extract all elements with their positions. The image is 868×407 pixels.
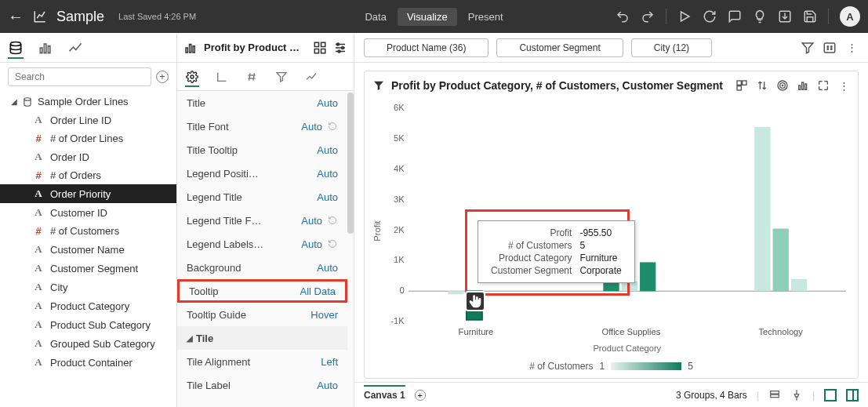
field-item[interactable]: AOrder Priority [0,184,176,203]
prop-row[interactable]: BackgroundAuto [177,256,347,279]
prop-section[interactable]: ◢Tile [177,326,347,350]
prop-value[interactable]: Auto [317,262,338,274]
filter-bar-funnel-icon[interactable] [801,41,815,55]
undo-icon[interactable] [616,9,630,24]
field-item[interactable]: ACity [0,278,176,296]
svg-text:3K: 3K [394,194,405,204]
prop-value[interactable]: Left [321,356,338,368]
prop-value[interactable]: Auto [317,380,338,391]
export-icon[interactable] [778,9,792,24]
settings-sliders-icon[interactable] [333,41,347,55]
prop-row[interactable]: Legend Positi…Auto [177,162,347,185]
filter-pill-customer-segment[interactable]: Customer Segment [496,38,623,57]
expand-icon[interactable] [817,79,830,92]
hint-icon[interactable] [753,9,767,24]
viz-kebab-icon[interactable]: ⋮ [837,79,850,92]
reset-icon[interactable] [327,238,338,249]
viz-filter-icon[interactable] [372,79,385,92]
play-icon[interactable] [677,9,692,24]
field-item[interactable]: ACustomer ID [0,203,176,222]
filter-pill-city[interactable]: City (12) [631,38,712,57]
user-avatar[interactable]: A [840,6,860,27]
filter-pill-product-name[interactable]: Product Name (36) [364,38,488,57]
prop-row[interactable]: Title FontAuto [177,114,347,138]
field-item[interactable]: AProduct Sub Category [0,315,176,334]
field-item[interactable]: AGrouped Sub Category [0,334,176,353]
prop-row[interactable]: Tile LabelAuto [177,373,347,397]
mode-data[interactable]: Data [355,8,395,26]
svg-marker-0 [681,12,690,21]
comment-icon[interactable] [728,9,742,24]
prop-value[interactable]: Auto [301,215,322,227]
prop-value[interactable]: Auto [301,238,322,250]
viz-type-icon[interactable] [797,79,809,92]
prop-row[interactable]: Legend Title F…Auto [177,209,347,232]
chart-type-icon[interactable] [183,41,198,55]
back-button[interactable]: ← [8,8,24,26]
field-item[interactable]: AOrder ID [0,147,176,166]
svg-marker-32 [374,82,383,90]
prop-row[interactable]: Title TooltipAuto [177,138,347,162]
prop-row[interactable]: Legend TitleAuto [177,185,347,209]
svg-rect-40 [802,82,804,89]
prop-label: Tile Alignment [187,356,321,368]
field-label: City [50,282,67,293]
save-icon[interactable] [803,9,817,24]
layers-icon[interactable] [768,389,781,402]
prop-row[interactable]: Legend Labels…Auto [177,232,347,256]
prop-value[interactable]: Auto [317,191,338,203]
prop-value[interactable]: Auto [317,168,338,180]
field-item[interactable]: ## of Customers [0,222,176,240]
field-item[interactable]: AProduct Container [0,353,176,372]
field-item[interactable]: ## of Orders [0,166,176,184]
add-data-button[interactable]: + [156,71,169,83]
mode-present[interactable]: Present [459,8,513,26]
chart-plot[interactable]: Profit 6K 5K 4K 3K 2K 1K 0 -1K [372,95,850,359]
refresh-icon[interactable] [703,9,717,24]
prop-value[interactable]: Auto [317,144,338,156]
mode-visualize[interactable]: Visualize [398,8,457,26]
field-item[interactable]: ## of Order Lines [0,129,176,147]
prop-label: Tile Label [187,380,317,391]
layout-single-button[interactable] [824,389,837,402]
canvas-tab[interactable]: Canvas 1 [364,385,405,401]
field-item[interactable]: ACustomer Segment [0,259,176,278]
prop-value[interactable]: Hover [311,309,338,321]
pin-icon[interactable] [790,389,803,402]
kebab-menu-icon[interactable]: ⋮ [844,41,859,55]
field-item[interactable]: ACustomer Name [0,240,176,259]
layout-split-button[interactable] [846,389,859,402]
dataset-node[interactable]: ◢ Sample Order Lines [0,93,176,111]
props-scrollbar[interactable] [347,93,354,234]
search-input[interactable] [8,67,151,86]
grammar-icon[interactable] [313,41,327,55]
sort-icon[interactable] [756,79,768,92]
reset-icon[interactable] [327,121,338,132]
data-tab-icon[interactable] [8,43,24,59]
parameters-icon[interactable] [823,41,837,55]
chart-name[interactable]: Profit by Product Ca… [204,42,307,53]
auto-viz-icon[interactable] [735,79,748,92]
prop-row[interactable]: TooltipAll Data [177,279,347,303]
viz-tab-icon[interactable] [38,40,53,56]
prop-row[interactable]: Tile AlignmentLeft [177,350,347,373]
values-tab-hash-icon[interactable] [245,70,259,84]
add-canvas-button[interactable]: + [415,390,426,401]
analytics-tab-icon[interactable] [67,40,83,56]
caret-down-icon: ◢ [11,97,17,106]
field-item[interactable]: AOrder Line ID [0,111,176,129]
reset-icon[interactable] [327,215,338,226]
target-icon[interactable] [776,79,789,92]
field-item[interactable]: AProduct Category [0,296,176,315]
svg-text:-1K: -1K [390,316,405,325]
prop-value[interactable]: All Data [300,285,336,297]
prop-value[interactable]: Auto [301,121,322,133]
prop-value[interactable]: Auto [317,97,338,109]
general-tab-gear-icon[interactable] [185,73,199,87]
analytics-tab-line-icon[interactable] [304,70,318,84]
filter-tab-icon[interactable] [274,70,289,84]
redo-icon[interactable] [641,9,655,24]
axes-tab-icon[interactable] [215,70,229,84]
prop-row[interactable]: TitleAuto [177,91,347,114]
prop-row[interactable]: Tooltip GuideHover [177,303,347,326]
